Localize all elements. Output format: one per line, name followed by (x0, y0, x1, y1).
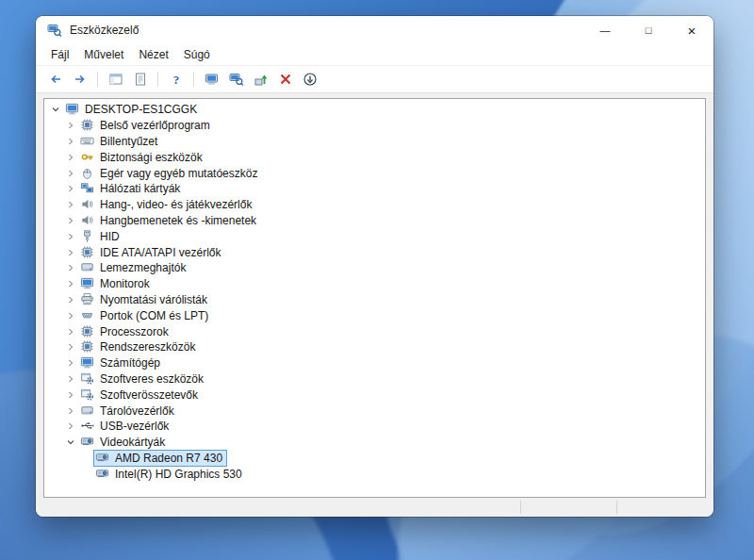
tree-item-label: Szoftverösszetevők (99, 388, 199, 402)
device-entry: Lemezmeghajtók (78, 259, 190, 276)
computer-list-icon (205, 72, 220, 87)
device-entry: Belső vezérlőprogram (78, 117, 215, 134)
tree-item[interactable]: Rendszereszközök (44, 339, 705, 355)
tree-item[interactable]: Portok (COM és LPT) (44, 307, 705, 323)
chevron-right-icon[interactable] (63, 181, 78, 196)
tree-item[interactable]: Szoftverösszetevők (44, 387, 705, 403)
chevron-right-icon[interactable] (63, 229, 78, 244)
titlebar[interactable]: Eszközkezelő — □ × (36, 16, 713, 44)
uninstall-icon (278, 72, 293, 87)
tree-item[interactable]: Belső vezérlőprogram (44, 118, 705, 134)
update-driver-button[interactable] (249, 68, 272, 91)
tree-item-label: Számítógép (99, 356, 161, 370)
update-driver-icon (254, 72, 269, 87)
chevron-right-icon[interactable] (63, 419, 78, 434)
chevron-right-icon[interactable] (63, 134, 78, 149)
arrow-left-icon (48, 72, 63, 87)
chevron-spacer (78, 467, 93, 482)
device-entry: Szoftveres eszközök (78, 371, 208, 387)
chevron-right-icon[interactable] (63, 308, 78, 323)
minimize-button[interactable]: — (583, 16, 627, 44)
tree-item-label: DESKTOP-ES1CGGK (84, 103, 198, 116)
chevron-right-icon[interactable] (63, 166, 78, 181)
chevron-down-icon[interactable] (48, 102, 63, 117)
mouse-icon (80, 166, 95, 181)
menu-file[interactable]: Fájl (43, 46, 76, 63)
tree-item[interactable]: IDE ATA/ATAPI vezérlők (44, 244, 705, 260)
tree-item[interactable]: AMD Radeon R7 430 (44, 451, 705, 467)
chevron-right-icon[interactable] (63, 339, 78, 354)
chevron-right-icon[interactable] (63, 245, 78, 260)
software-icon (80, 371, 95, 387)
tree-item[interactable]: Processzorok (44, 323, 705, 339)
tree-item[interactable]: Biztonsági eszközök (44, 149, 705, 165)
menu-help[interactable]: Súgó (176, 46, 218, 63)
tree-item-label: HID (99, 230, 121, 243)
chevron-right-icon[interactable] (63, 387, 78, 403)
tree-item-label: Monitorok (99, 277, 151, 290)
devices-by-type-button[interactable] (200, 68, 223, 91)
tree-item[interactable]: Videokártyák (44, 435, 705, 451)
chevron-down-icon[interactable] (63, 435, 78, 450)
network-icon (80, 181, 95, 196)
device-entry: USB-vezérlők (78, 418, 173, 435)
chevron-right-icon[interactable] (63, 118, 78, 133)
tree-item[interactable]: Szoftveres eszközök (44, 371, 705, 387)
chevron-right-icon[interactable] (63, 324, 78, 339)
tree-item[interactable]: Lemezmeghajtók (44, 260, 705, 276)
tree-item[interactable]: HID (44, 228, 705, 244)
maximize-button[interactable]: □ (627, 16, 670, 44)
keyboard-icon (80, 134, 95, 149)
chevron-right-icon[interactable] (63, 260, 78, 275)
tree-item[interactable]: Tárolóvezérlők (44, 403, 705, 419)
toolbar-separator (97, 72, 98, 87)
sound-icon (80, 197, 95, 212)
tree-item[interactable]: Számítógép (44, 355, 705, 371)
chevron-right-icon[interactable] (63, 355, 78, 371)
menu-action[interactable]: Művelet (76, 46, 131, 63)
device-entry: DESKTOP-ES1CGGK (63, 101, 202, 118)
menu-view[interactable]: Nézet (131, 46, 175, 63)
show-console-tree-button[interactable] (104, 68, 127, 91)
close-button[interactable]: × (670, 16, 713, 44)
tree-item[interactable]: Hangbemenetek és -kimenetek (44, 213, 705, 229)
chevron-right-icon[interactable] (63, 150, 78, 165)
tree-item[interactable]: USB-vezérlők (44, 419, 705, 435)
tree-item[interactable]: Intel(R) HD Graphics 530 (44, 466, 705, 482)
scan-hardware-changes-button[interactable] (224, 68, 248, 91)
tree-item-label: Nyomtatási várólisták (99, 293, 208, 306)
chevron-right-icon[interactable] (63, 371, 78, 387)
device-entry: Rendszereszközök (78, 338, 200, 355)
tree-item-label: Billentyűzet (99, 135, 158, 148)
storage-icon (80, 404, 95, 419)
help-button[interactable]: ? (164, 68, 188, 91)
chevron-right-icon[interactable] (63, 213, 78, 228)
tree-item[interactable]: Hálózati kártyák (44, 181, 705, 197)
tree-item[interactable]: Monitorok (44, 276, 705, 292)
forward-button[interactable] (68, 68, 91, 91)
uninstall-device-button[interactable] (273, 68, 297, 91)
tree-item[interactable]: Hang-, video- és játékvezérlők (44, 197, 705, 213)
disable-device-button[interactable] (298, 68, 321, 91)
tree-item[interactable]: Egér vagy egyéb mutatóeszköz (44, 165, 705, 181)
back-button[interactable] (43, 68, 67, 91)
tree-item-label: Hangbemenetek és -kimenetek (99, 214, 257, 227)
statusbar (36, 498, 713, 517)
svg-text:?: ? (172, 73, 179, 87)
device-entry: Egér vagy egyéb mutatóeszköz (78, 165, 262, 182)
chevron-right-icon[interactable] (63, 292, 78, 307)
statusbar-separator (616, 501, 617, 514)
tree-item[interactable]: Billentyűzet (44, 134, 705, 150)
firmware-icon (80, 118, 95, 133)
device-entry: Processzorok (78, 323, 173, 340)
tree-item[interactable]: Nyomtatási várólisták (44, 292, 705, 308)
toolbar-separator (193, 72, 194, 87)
chevron-right-icon[interactable] (63, 197, 78, 212)
tree-item-label: Processzorok (99, 325, 170, 338)
console-window-icon (108, 72, 123, 87)
chevron-right-icon[interactable] (63, 276, 78, 291)
device-entry: Hang-, video- és játékvezérlők (78, 196, 256, 213)
chevron-right-icon[interactable] (63, 404, 78, 419)
tree-item[interactable]: DESKTOP-ES1CGGK (44, 102, 705, 118)
properties-button[interactable] (128, 68, 152, 91)
